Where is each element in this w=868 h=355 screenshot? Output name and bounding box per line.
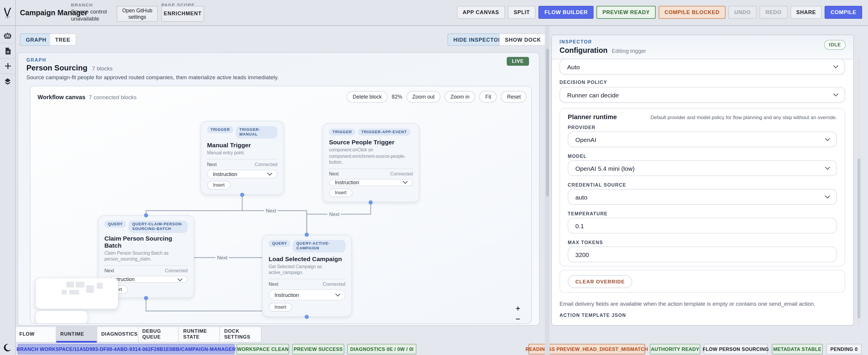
status-diagnostics-badge: DIAGNOSTICS 0E / 0W / 0I bbox=[347, 344, 416, 354]
status-pending-badge: PENDING 0 bbox=[826, 344, 862, 354]
flow-builder-button[interactable]: FLOW BUILDER bbox=[539, 6, 594, 19]
show-dock-button[interactable]: SHOW DOCK bbox=[499, 33, 547, 46]
robot-icon[interactable] bbox=[0, 28, 15, 43]
status-flow-badge: FLOW PERSON SOURCING bbox=[704, 344, 768, 354]
decision-policy-dropdown[interactable]: Runner can decide bbox=[559, 87, 845, 103]
preview-ready-button[interactable]: PREVIEW READY bbox=[596, 6, 655, 19]
dock-tab-runtime-state[interactable]: RUNTIME STATE bbox=[179, 327, 220, 342]
node-title: Source People Trigger bbox=[329, 139, 413, 146]
chevron-down-icon bbox=[825, 194, 830, 199]
port-label: Next bbox=[269, 282, 278, 287]
graph-panel-label: GRAPH bbox=[26, 58, 46, 63]
clear-override-button[interactable]: CLEAR OVERRIDE bbox=[568, 275, 632, 288]
canvas-zoom-in-button[interactable]: + bbox=[513, 303, 523, 313]
dock-tab-debug-queue[interactable]: DEBUG QUEUE bbox=[138, 327, 179, 342]
node-subtype-badge: QUERY-ACTIVE-CAMPAIGN bbox=[293, 240, 345, 252]
flow-title: Person Sourcing bbox=[26, 63, 87, 72]
reset-button[interactable]: Reset bbox=[501, 91, 527, 103]
canvas-minimap[interactable] bbox=[35, 277, 119, 309]
node-description: component:onClick on component:enrichmen… bbox=[329, 148, 413, 166]
tab-graph[interactable]: GRAPH bbox=[20, 33, 52, 46]
node-load-selected-campaign[interactable]: QUERY QUERY-ACTIVE-CAMPAIGN Load Selecte… bbox=[262, 235, 352, 317]
port-status: Connected bbox=[165, 268, 188, 273]
inspector-auto-dropdown[interactable]: Auto bbox=[559, 59, 845, 75]
redo-button[interactable]: REDO bbox=[760, 6, 787, 19]
connector-dot[interactable] bbox=[144, 296, 148, 300]
layers-icon[interactable] bbox=[0, 74, 15, 89]
inspector-scrollbar-thumb[interactable] bbox=[857, 158, 860, 319]
connector-dot[interactable] bbox=[305, 233, 309, 237]
zoom-out-button[interactable]: Zoom out bbox=[406, 91, 440, 103]
node-subtype-badge: QUERY-CLAIM-PERSON-SOURCING-BATCH bbox=[129, 220, 188, 233]
status-authority-badge: AUTHORITY READY bbox=[650, 344, 700, 354]
dock-tab-diagnostics[interactable]: DIAGNOSTICS bbox=[97, 327, 138, 342]
canvas-subtitle: 7 connected blocks bbox=[89, 94, 137, 100]
enrichment-scope-button[interactable]: ENRICHMENT bbox=[161, 6, 204, 22]
inspector-panel: Auto DECISION POLICY Runner can decide P… bbox=[551, 35, 854, 326]
workflow-canvas[interactable]: Workflow canvas 7 connected blocks Delet… bbox=[30, 86, 532, 324]
node-next-dropdown[interactable]: Instruction bbox=[329, 179, 413, 186]
provider-dropdown[interactable]: OpenAI bbox=[568, 131, 837, 147]
branch-value: Source control unavailable bbox=[71, 8, 114, 22]
insert-button[interactable]: Insert bbox=[269, 303, 292, 312]
flow-description: Source campaign-fit people for approved … bbox=[26, 74, 279, 80]
fit-button[interactable]: Fit bbox=[479, 91, 497, 103]
node-manual-trigger[interactable]: TRIGGER TRIGGER-MANUAL Manual Trigger Ma… bbox=[200, 121, 284, 195]
dark-mode-toggle[interactable] bbox=[3, 343, 12, 353]
app-root: Campaign Manager BRANCH Source control u… bbox=[0, 0, 868, 355]
credential-source-dropdown[interactable]: auto bbox=[568, 189, 837, 205]
inspector-title: Configuration bbox=[559, 46, 608, 55]
dock-tab-dock-settings[interactable]: DOCK SETTINGS bbox=[220, 327, 261, 342]
add-icon[interactable] bbox=[0, 59, 15, 74]
connector-dot[interactable] bbox=[369, 200, 373, 205]
edge-label: Next bbox=[328, 211, 341, 217]
status-branch-badge: BRANCH WORKSPACE/11A5D993-DF08-4ABD-9314… bbox=[18, 344, 235, 354]
insert-button[interactable]: Insert bbox=[207, 181, 230, 189]
max-tokens-input[interactable]: 3200 bbox=[568, 246, 837, 262]
split-button[interactable]: SPLIT bbox=[508, 6, 536, 19]
canvas-zoom-out-button[interactable]: − bbox=[513, 314, 523, 323]
override-section: CLEAR OVERRIDE bbox=[559, 270, 845, 293]
inspector-label: INSPECTOR bbox=[559, 39, 592, 45]
dock-tab-flow[interactable]: FLOW bbox=[15, 327, 56, 342]
provider-label: PROVIDER bbox=[568, 125, 596, 130]
node-next-dropdown[interactable]: Instruction bbox=[207, 170, 277, 178]
canvas-title: Workflow canvas bbox=[37, 94, 85, 100]
document-icon[interactable] bbox=[0, 43, 15, 59]
compile-button[interactable]: COMPILE bbox=[825, 6, 862, 19]
canvas-minimap-extension[interactable] bbox=[35, 310, 88, 324]
connector-dot[interactable] bbox=[240, 193, 244, 197]
node-next-dropdown[interactable]: Instruction bbox=[269, 289, 345, 300]
compile-blocked-button[interactable]: COMPILE BLOCKED bbox=[659, 6, 725, 19]
model-dropdown[interactable]: OpenAI 5.4 mini (low) bbox=[568, 160, 837, 176]
temperature-input[interactable]: 0.1 bbox=[568, 218, 837, 234]
dock-tab-bar: FLOW RUNTIME DIAGNOSTICS DEBUG QUEUE RUN… bbox=[15, 326, 261, 343]
main-scrollbar-thumb[interactable] bbox=[546, 49, 549, 197]
tab-tree[interactable]: TREE bbox=[49, 33, 76, 46]
live-status-badge: LIVE bbox=[507, 57, 529, 66]
insert-button[interactable]: Insert bbox=[329, 188, 352, 197]
open-github-settings-button[interactable]: Open GitHub settings bbox=[117, 6, 158, 22]
node-description: Manual entry point. bbox=[207, 150, 277, 156]
dock-tab-runtime[interactable]: RUNTIME bbox=[56, 327, 97, 342]
undo-button[interactable]: UNDO bbox=[728, 6, 756, 19]
action-template-json-label: ACTION TEMPLATE JSON bbox=[559, 313, 626, 318]
header-actions: APP CANVAS SPLIT FLOW BUILDER PREVIEW RE… bbox=[457, 6, 862, 19]
delete-block-button[interactable]: Delete block bbox=[347, 91, 388, 103]
graph-panel: GRAPH Person Sourcing 7 blocks LIVE Sour… bbox=[18, 52, 539, 326]
zoom-level: 82% bbox=[392, 94, 402, 100]
node-type-badge: QUERY bbox=[104, 220, 126, 228]
app-canvas-button[interactable]: APP CANVAS bbox=[457, 6, 505, 19]
share-button[interactable]: SHARE bbox=[790, 6, 822, 19]
chevron-down-icon bbox=[833, 92, 838, 96]
connector-dot[interactable] bbox=[144, 213, 148, 217]
chevron-down-icon bbox=[825, 136, 830, 141]
flow-block-count: 7 blocks bbox=[92, 65, 113, 71]
node-title: Load Selected Campaign bbox=[269, 255, 345, 262]
port-label: Next bbox=[207, 162, 217, 167]
zoom-in-button[interactable]: Zoom in bbox=[444, 91, 475, 103]
connector-dot[interactable] bbox=[305, 315, 309, 319]
chevron-down-icon bbox=[833, 63, 838, 68]
node-source-people-trigger[interactable]: TRIGGER TRIGGER-APP-EVENT Source People … bbox=[322, 123, 419, 202]
edge-label: Next bbox=[264, 208, 278, 214]
